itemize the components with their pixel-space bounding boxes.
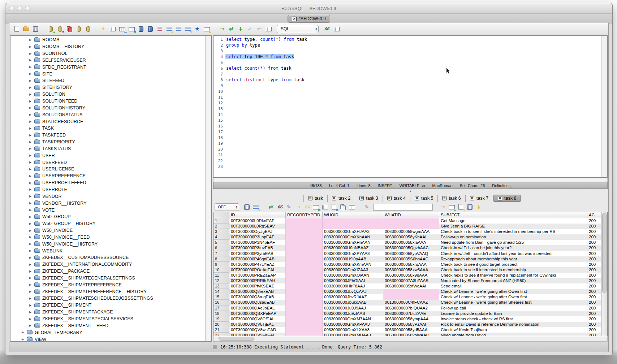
tab-close-icon[interactable]: ✕ — [470, 196, 474, 200]
code-line[interactable]: 1select type, count(*) from task — [213, 36, 601, 42]
document-tab[interactable]: ✕ *SFDCW50 II — [288, 15, 330, 23]
log-icon[interactable] — [264, 25, 273, 33]
column-header[interactable]: WHOID — [323, 212, 383, 218]
disclosure-triangle-icon[interactable]: ▶ — [20, 338, 25, 341]
result-tab[interactable]: ✕task 3 — [355, 195, 383, 202]
reload-table-icon[interactable]: ⇄ — [312, 203, 320, 211]
tree-item[interactable]: ▶SELFSERVICEUSER — [10, 57, 205, 64]
execute-sql-icon[interactable]: ⚡ — [99, 25, 108, 33]
disclosure-triangle-icon[interactable]: ▶ — [28, 195, 33, 198]
view-row-icon[interactable]: 66 — [276, 203, 284, 211]
sort-icon[interactable]: ↑↓ — [303, 203, 311, 211]
code-line[interactable]: 3 — [213, 48, 601, 54]
disclosure-triangle-icon[interactable]: ▶ — [28, 72, 33, 75]
disclosure-triangle-icon[interactable]: ▶ — [28, 208, 33, 212]
disclosure-triangle-icon[interactable]: ▶ — [28, 304, 33, 307]
disclosure-triangle-icon[interactable]: ▶ — [28, 113, 33, 116]
result-tab[interactable]: ✕task 7 — [466, 195, 493, 202]
table-row[interactable]: 700T3000000P3yrbEAB0033000000GmXPYAA3006… — [213, 251, 601, 256]
disconnect-icon[interactable]: ⚑ — [56, 25, 64, 33]
tree-item[interactable]: ▶ROOMS — [10, 36, 205, 43]
tab-close-icon[interactable]: ✕ — [332, 196, 336, 200]
tree-item[interactable]: ▶USERLICENSE — [10, 166, 205, 173]
close-button[interactable] — [9, 6, 14, 11]
fetch-more-icon[interactable]: ↓ — [236, 25, 245, 33]
disclosure-triangle-icon[interactable]: ▶ — [20, 331, 25, 334]
table-row[interactable]: 2100T3000000QV8wsEAD0033000000GmXLXAA300… — [213, 327, 601, 333]
tab-close-icon[interactable]: ✕ — [442, 196, 446, 200]
tab-close-icon[interactable]: ✕ — [359, 196, 364, 200]
disclosure-triangle-icon[interactable]: ▶ — [28, 324, 33, 327]
sql-editor[interactable]: 1select type, count(*) from task2group b… — [213, 35, 608, 178]
column-header[interactable]: AC — [587, 212, 601, 218]
tree-item[interactable]: ▶ROOMS__HISTORY — [10, 43, 205, 50]
table-row[interactable]: 500T3000000P3N4pEAF0033000000GmXHnAAN006… — [213, 240, 601, 245]
tree-item[interactable]: ▶ZKFEDEX__CUSTOMADDRESSSOURCE — [10, 254, 205, 261]
table-row[interactable]: 1000T3000000POeAnEAL0033000000GmXIZAA300… — [213, 267, 601, 273]
disclosure-triangle-icon[interactable]: ▶ — [28, 263, 33, 266]
disclosure-triangle-icon[interactable]: ▶ — [28, 52, 33, 55]
table-row[interactable]: 1800T3000000QBXPeEAP0033000000Ju9zlAAB00… — [213, 311, 601, 316]
disclosure-triangle-icon[interactable]: ▶ — [28, 100, 33, 103]
table-columns-icon[interactable] — [332, 25, 341, 33]
minimize-button[interactable] — [17, 6, 22, 11]
tree-item[interactable]: ▶W50_GROUP — [10, 213, 205, 220]
column-header[interactable]: WHATID — [383, 212, 439, 218]
table-row[interactable]: 1300T3000000PfvKSEAZ0033000000HirF8AAJ00… — [213, 283, 601, 289]
download-icon[interactable]: ↓ — [475, 203, 483, 211]
copy-results-icon[interactable] — [339, 203, 347, 211]
find-next-icon[interactable]: → — [439, 203, 447, 211]
disclosure-triangle-icon[interactable]: ▶ — [28, 65, 33, 69]
tree-item[interactable]: ▶ZKFEDEX__SHIPMATEPREFERENCE__HISTORY — [10, 288, 205, 295]
disclosure-triangle-icon[interactable]: ▶ — [28, 38, 33, 42]
edit-doc-icon[interactable]: ✎ — [457, 203, 465, 211]
code-line[interactable]: 10 — [213, 88, 601, 94]
tree-item[interactable]: ▶SOLUTION — [10, 91, 205, 98]
table-row[interactable]: 800T3000000P46qnEAB0033000000H9i0pAAB006… — [213, 256, 601, 262]
disclosure-triangle-icon[interactable]: ▶ — [28, 86, 33, 89]
tree-item[interactable]: ▶ZKFEDEX__SHIPMATESCHEDULEDJOBSSETTINGS — [10, 295, 205, 302]
table-row[interactable]: 1400T3000000Q8rexEAB0033000000JbvQzAAJCh… — [213, 289, 601, 294]
tree-item[interactable]: ▶TASK — [10, 125, 205, 132]
panel-splitter[interactable]: ▴ — [213, 189, 608, 193]
edit-cell-icon[interactable]: ✎ — [285, 203, 293, 211]
tree-item[interactable]: ▶TASKFEED — [10, 132, 205, 139]
table-row[interactable]: 400T3000000P3LopEAF0033000000GmXKnAAN006… — [213, 234, 601, 240]
table-row[interactable]: 1900T3000000QV8CfEAL0033000000GmXM7AAN00… — [213, 316, 601, 322]
code-line[interactable]: 14 — [213, 112, 601, 117]
disclosure-triangle-icon[interactable]: ▶ — [28, 45, 33, 48]
disclosure-triangle-icon[interactable]: ▶ — [28, 317, 33, 321]
refresh-objects-icon[interactable]: ⇄ — [127, 25, 136, 33]
tree-item[interactable]: ▶USERPROFILEFEED — [10, 179, 205, 186]
tree-item[interactable]: ▶ZKFEDEX__SHIPMENTPACKAGE — [10, 309, 205, 316]
code-line[interactable]: 11 — [213, 94, 601, 100]
code-line[interactable]: 19 — [213, 140, 601, 146]
tree-item[interactable]: ▶STATICRESOURCE — [10, 118, 205, 125]
disclosure-triangle-icon[interactable]: ▶ — [28, 188, 33, 191]
commit-icon[interactable]: ✓ — [246, 25, 254, 33]
disclosure-triangle-icon[interactable]: ▶ — [28, 79, 33, 82]
edit-sql-icon[interactable]: ✎ — [184, 25, 192, 33]
code-line[interactable]: 2group by type — [213, 42, 601, 48]
save-file-icon[interactable] — [31, 25, 40, 33]
save-results-icon[interactable] — [243, 203, 251, 211]
disclosure-triangle-icon[interactable]: ▶ — [28, 249, 33, 252]
disclosure-triangle-icon[interactable]: ▶ — [28, 181, 33, 185]
tree-item[interactable]: ▶ZKFEDEX__SHIPMENT — [10, 302, 205, 309]
table-row[interactable]: 2000T3000000QV8TjEAL0033000000GmXKPAA300… — [213, 322, 601, 327]
tree-item[interactable]: ▶W50_GROUP__HISTORY — [10, 220, 205, 227]
row-limit-select[interactable]: OFF ▴▾ — [215, 203, 239, 211]
connect-icon[interactable]: → — [46, 25, 55, 33]
result-tab[interactable]: ✕task 2 — [328, 195, 355, 202]
tree-item[interactable]: ▶SOLUTIONSTATUS — [10, 111, 205, 118]
tree-item[interactable]: ▶ZKFEDEX__INTERNATIONALCOMMODITY — [10, 261, 205, 268]
column-header[interactable]: SUBJECT — [439, 212, 587, 218]
tree-item[interactable]: ▶ZKFEDEX__SHIPMATEPREFERENCE — [10, 281, 205, 288]
sql-history-icon[interactable] — [137, 25, 145, 33]
tree-item[interactable]: ▶TASKSTATUS — [10, 146, 205, 152]
scrollbar-thumb[interactable] — [219, 337, 254, 341]
tree-item[interactable]: ▶ZKFEDEX__SHIPMENT__FEED — [10, 322, 205, 329]
tree-item[interactable]: ▶USERFEED — [10, 159, 205, 166]
result-tab[interactable]: ✕task 5 — [410, 195, 438, 202]
export-query-icon[interactable]: ↓ — [165, 25, 173, 33]
